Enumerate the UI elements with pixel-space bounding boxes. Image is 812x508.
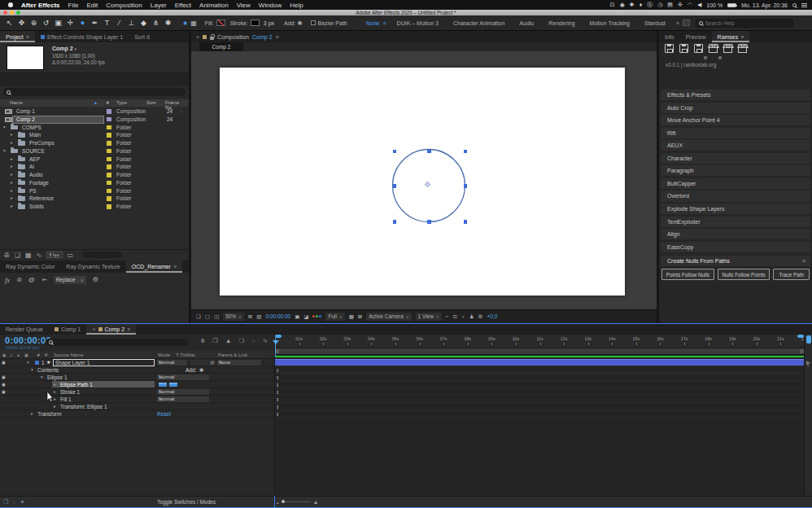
menu-item-layer[interactable]: Layer (151, 2, 167, 9)
ellipse-tool[interactable]: ● (76, 15, 89, 30)
create-nulls-panel-header[interactable]: Create Nulls From Paths ≡ (661, 256, 810, 266)
s-icon[interactable]: Ⓢ (647, 0, 653, 10)
stroke-width-value[interactable]: 3 px (264, 20, 274, 26)
menu-item-window[interactable]: Window (259, 2, 282, 9)
property-track[interactable]: I (275, 374, 804, 381)
panel-bar-align[interactable]: Align (661, 229, 810, 239)
timeline-row-stroke-1[interactable]: ◉▸Stroke 1Normal∨ (0, 388, 274, 396)
column-size[interactable]: Size (146, 100, 156, 105)
tab-effect-controls[interactable]: Effect Controls Shape Layer 1 (35, 31, 129, 42)
timeline-row-ellipse-1[interactable]: ◉▾Ellipse 1Normal∨ (0, 374, 274, 381)
view-layout-dropdown[interactable]: 1 View ∨ (416, 313, 442, 321)
twisty-closed-icon[interactable]: ▸ (54, 403, 56, 410)
label-color-swatch[interactable] (107, 109, 111, 114)
radio-icon[interactable] (718, 56, 722, 59)
twisty-open-icon[interactable]: ▾ (3, 124, 6, 132)
camera-tool[interactable]: ▣ (52, 15, 64, 30)
publish-icon[interactable] (709, 46, 718, 53)
item-name[interactable]: Comp 1 (16, 107, 35, 116)
project-row-comp-1[interactable]: Comp 1Composition24∴ (0, 107, 189, 116)
label-color-swatch[interactable] (107, 189, 111, 194)
timeline-tab-comp-1[interactable]: Comp 1 (49, 324, 87, 335)
workspace-tab-character-animation[interactable]: Character Animation (446, 20, 512, 26)
pixel-aspect-icon[interactable]: ⌐ (446, 313, 449, 319)
menu-item-composition[interactable]: Composition (106, 2, 142, 9)
tab-ocd-renamer[interactable]: OCD_Renamer≡ (126, 261, 182, 273)
menubar-clock[interactable]: Mo. 13. Apr. 20:36 (741, 2, 788, 8)
twisty-closed-icon[interactable]: ▸ (31, 410, 33, 418)
points-follow-nulls-button[interactable]: Points Follow Nulls (661, 269, 714, 280)
project-search-input[interactable] (13, 90, 182, 94)
item-name[interactable]: SOURCE (22, 147, 45, 155)
item-name[interactable]: AI (29, 163, 34, 171)
clone-stamp-tool[interactable]: ⊥ (125, 15, 138, 30)
always-preview-icon[interactable]: ❏ (196, 313, 201, 320)
trace-path-button[interactable]: Trace Path (773, 269, 810, 280)
panel-bar-overlord[interactable]: Overlord (661, 190, 810, 201)
timeline-tab-comp-2[interactable]: ×Comp 2≡ (86, 324, 136, 335)
timeline-row-transform-ellipse-1[interactable]: ▸Transform: Ellipse 1 (0, 403, 274, 410)
panel-men-icon[interactable]: ≡ (127, 326, 130, 332)
eye-icon[interactable]: ◉ (2, 374, 6, 381)
label-column-icon[interactable]: ❖ (106, 100, 109, 105)
label-color-swatch[interactable] (107, 173, 111, 177)
channel-icon[interactable] (312, 315, 321, 318)
pen-tool[interactable]: ✒ (89, 15, 101, 30)
label-color-swatch[interactable] (107, 125, 111, 130)
eye-icon[interactable]: ◉ (2, 381, 6, 388)
workspace-overflow-icon[interactable]: » (676, 20, 679, 26)
project-row-comps[interactable]: ▾COMPSFolder (0, 124, 189, 132)
gear-icon[interactable]: ⚙ (93, 276, 98, 283)
selection-handle[interactable] (464, 220, 468, 224)
fx-icon[interactable]: fx (5, 276, 10, 284)
replace-dropdown[interactable]: Replace ∨ (54, 276, 86, 284)
project-row-precomps[interactable]: ▸PreCompsFolder (0, 139, 189, 147)
link-icon[interactable]: @ (210, 359, 215, 366)
tab-preview[interactable]: Preview (680, 31, 712, 42)
plus-icon[interactable]: ✚ (630, 0, 635, 10)
blend-mode-dropdown[interactable]: Normal∨ (157, 374, 209, 380)
project-row-aep[interactable]: ▸AEPFolder (0, 155, 189, 164)
item-name[interactable]: AEP (29, 155, 40, 164)
selection-handle[interactable] (464, 184, 468, 188)
add-menu-icon[interactable]: ◉ (199, 366, 203, 374)
label-color-swatch[interactable] (107, 157, 111, 162)
package-icon[interactable] (738, 46, 747, 53)
timeline-search-input[interactable] (55, 340, 185, 345)
shy-icon[interactable]: ❍ (239, 337, 245, 344)
interpret-footage-icon[interactable]: ✇ (4, 252, 10, 259)
twisty-closed-icon[interactable]: ▸ (11, 203, 13, 211)
label-color-swatch[interactable] (107, 204, 111, 209)
panel-bar-easecopy[interactable]: EaseCopy (661, 242, 810, 252)
help-search-input[interactable] (705, 20, 790, 26)
new-folder-icon[interactable]: ❏ (15, 252, 20, 259)
clock-icon[interactable]: ◷ (657, 0, 662, 10)
column-source-name[interactable]: Source Name (54, 353, 84, 357)
playhead-line[interactable] (275, 338, 276, 357)
zoom-tool[interactable]: ⊕ (28, 15, 40, 30)
target-region-icon[interactable]: ▩ (349, 313, 354, 320)
item-name[interactable]: Solids (29, 203, 44, 211)
apple-menu-icon[interactable] (8, 2, 13, 7)
spotlight-icon[interactable] (792, 3, 797, 7)
zoom-slider-knob[interactable] (282, 500, 285, 503)
item-name[interactable]: Footage (29, 179, 49, 187)
project-row-comp-2[interactable]: Comp 2Composition24 (0, 116, 189, 124)
ruler-zoom-handle[interactable] (797, 335, 804, 338)
panel-menu-icon[interactable]: ≡ (26, 34, 29, 40)
panel-bar-explode-shape-layers[interactable]: Explode Shape Layers (661, 204, 810, 214)
column-trkmat[interactable]: T TrkMat (176, 353, 195, 357)
menu-app-name[interactable]: After Effects (21, 2, 60, 9)
delete-icon[interactable]: ▭ (68, 252, 74, 259)
selection-tool[interactable]: ↖ (3, 15, 15, 30)
panel-menu-icon[interactable]: ≡ (740, 34, 744, 40)
save-template-icon[interactable] (694, 44, 703, 53)
exposure-gear-icon[interactable]: ⚙ (478, 313, 483, 320)
panel-menu-icon[interactable]: ≡ (802, 256, 805, 266)
comp-flowchart-icon[interactable]: ⋔ (200, 337, 205, 344)
column-type[interactable]: Type (116, 100, 127, 105)
transparency-grid-icon[interactable]: ⊠ (358, 313, 362, 320)
timeline-scroll-column[interactable] (804, 335, 812, 496)
layer-label-swatch[interactable] (35, 361, 39, 365)
draft-3d-icon[interactable]: ▲ (225, 337, 231, 344)
